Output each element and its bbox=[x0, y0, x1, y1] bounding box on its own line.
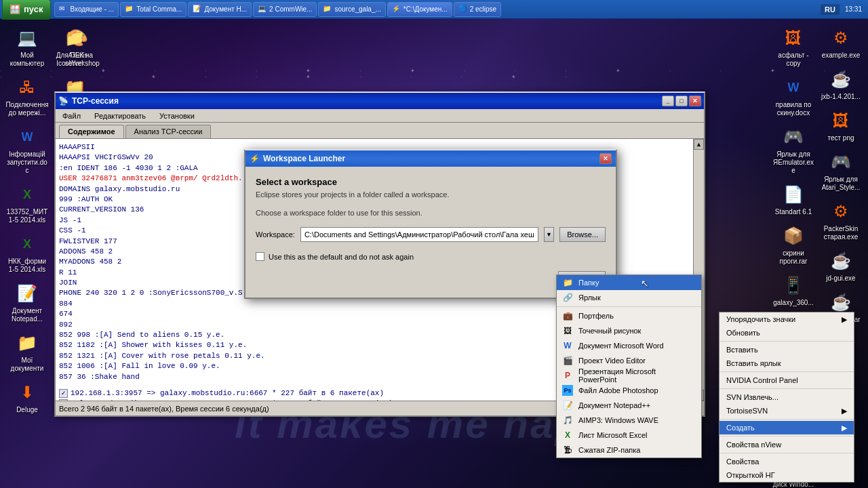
workspace-input[interactable]: C:\Documents and Settings\Администратор\… bbox=[300, 227, 538, 242]
desktop-icon-notepad-doc[interactable]: 📝 Документ Notepad... bbox=[3, 279, 51, 325]
workspace-default-checkbox[interactable] bbox=[256, 252, 264, 261]
right-ctx-nvidia[interactable]: NVIDIA Control Panel bbox=[719, 373, 854, 387]
taskbar-item-mail[interactable]: ✉ Входящие - ... bbox=[54, 2, 119, 17]
right-ctx-arrange[interactable]: Упорядочить значки ▶ bbox=[719, 312, 854, 326]
source-icon: 📁 bbox=[323, 5, 332, 14]
ctx-word-label: Документ Microsoft Word bbox=[578, 342, 664, 350]
ctx-item-aimp[interactable]: 🎵 AIMP3: Windows WAVE bbox=[557, 413, 701, 428]
right-ctx-refresh-label: Обновить bbox=[726, 329, 760, 337]
desktop-icon-excel2[interactable]: X НКК_форми 1-5 2014.xls bbox=[3, 230, 51, 276]
start-label: пуск bbox=[24, 4, 43, 14]
desktop-icon-packerskin[interactable]: ⚙ PackerSkin старая.exe bbox=[817, 197, 865, 243]
right-ctx-nvidia-label: NVIDIA Control Panel bbox=[726, 376, 798, 384]
right-ctx-paste-label: Вставить bbox=[726, 346, 758, 354]
ctx-item-portfel[interactable]: 💼 Портфель bbox=[557, 308, 701, 323]
ctx-bitmap-label: Точечный рисунок bbox=[578, 327, 641, 335]
desktop-icon-mydocs[interactable]: 📁 Мої документи bbox=[3, 329, 51, 375]
right-ctx-refresh[interactable]: Обновить bbox=[719, 326, 854, 340]
desktop: 🪟 пуск ✉ Входящие - ... 📁 Total Comma...… bbox=[0, 0, 868, 488]
workspace-dialog-controls: ✕ bbox=[599, 153, 612, 164]
workspace-close-button[interactable]: ✕ bbox=[599, 153, 612, 164]
ctx-item-bitmap[interactable]: 🖼 Точечный рисунок bbox=[557, 323, 701, 338]
taskbar-item-eclipse[interactable]: 🔵 2 eclipse bbox=[454, 2, 501, 17]
tcp-menu-edit[interactable]: Редактировать bbox=[91, 110, 149, 121]
ctx-item-notepadpp[interactable]: 📝 Документ Notepad++ bbox=[557, 398, 701, 413]
desktop-icon-asfalt[interactable]: 🖼 асфальт - copy bbox=[770, 24, 817, 70]
excel2-label: НКК_форми 1-5 2014.xls bbox=[5, 258, 49, 274]
scroll-up-button[interactable]: ▲ bbox=[694, 139, 704, 150]
tcp-menu-file[interactable]: Файл bbox=[59, 110, 84, 121]
right-ctx-paste-shortcut[interactable]: Вставить ярлык bbox=[719, 357, 854, 370]
right-ctx-nview[interactable]: Свойства nView bbox=[719, 438, 854, 451]
excel2-icon: X bbox=[15, 232, 39, 256]
desktop-icon-testpng[interactable]: 🖼 тест png bbox=[817, 106, 865, 144]
ctx-item-folder[interactable]: 📁 Папку bbox=[557, 275, 701, 290]
right-ctx-arrange-label: Упорядочить значки bbox=[726, 315, 795, 323]
log-checked-text-1: 192.168.1.3:3957 => galaxy.mobstudio.ru:… bbox=[71, 389, 384, 397]
tcp-maximize-button[interactable]: □ bbox=[675, 96, 688, 106]
right-ctx-arrange-arrow: ▶ bbox=[842, 315, 847, 324]
ctx-item-photoshop[interactable]: Ps Файл Adobe Photoshop bbox=[557, 383, 701, 398]
desktop-icon-scriny[interactable]: 📦 скрини проги.rar bbox=[770, 222, 817, 268]
ctx-item-shortcut[interactable]: 🔗 Ярлык bbox=[557, 290, 701, 305]
desktop-icon-network[interactable]: 🖧 Подключення до мережі... bbox=[3, 73, 51, 119]
yemulator-label: Ярлык для ЯEmulator.exe bbox=[772, 150, 815, 175]
workspace-browse-button[interactable]: Browse... bbox=[559, 227, 606, 242]
right-ctx-svn[interactable]: SVN Извлечь... bbox=[719, 390, 854, 404]
desktop-icon-yemulator[interactable]: 🎮 Ярлык для ЯEmulator.exe bbox=[770, 123, 817, 177]
desktop-icon-deluge[interactable]: ⬇ Deluge bbox=[3, 378, 51, 416]
workspace-label: Workspace: bbox=[256, 230, 295, 239]
galaxy360-label: galaxy_360... bbox=[773, 299, 814, 307]
workspace-dialog-titlebar: ⚡ Workspace Launcher ✕ bbox=[245, 150, 616, 167]
ctx-portfel-label: Портфель bbox=[578, 312, 614, 320]
taskbar-item-source[interactable]: 📁 source_gala_... bbox=[318, 2, 385, 17]
desktop-icon-info-doc[interactable]: W Інформацій запустити.doc bbox=[3, 123, 51, 177]
taskbar-item-documents[interactable]: ⚡ *C:\Докумен... bbox=[387, 2, 452, 17]
ctx-aimp-label: AIMP3: Windows WAVE bbox=[578, 416, 658, 424]
network-icon: 🖧 bbox=[15, 75, 39, 100]
desktop-icon-mycomputer[interactable]: 💻 Мой компьютер bbox=[3, 24, 51, 70]
tcp-minimize-button[interactable]: _ bbox=[662, 96, 674, 106]
taskbar-item-notepad[interactable]: 📝 Документ Н... bbox=[188, 2, 252, 17]
desktop-icon-atari[interactable]: 🎮 Ярлык для Atari_Style... bbox=[817, 148, 865, 194]
clock: 13:31 bbox=[841, 5, 866, 13]
desktop-icon-jdgui[interactable]: ☕ jd-gui.exe bbox=[817, 247, 865, 285]
start-button[interactable]: 🪟 пуск bbox=[2, 0, 51, 20]
desktop-icon-example-exe[interactable]: ⚙ example.exe bbox=[817, 24, 865, 62]
desktop-icon-pravila[interactable]: W правила по скину.docx bbox=[770, 73, 817, 119]
right-ctx-create[interactable]: Создать ▶ bbox=[719, 421, 854, 434]
right-click-context-menu: Упорядочить значки ▶ Обновить Вставить В… bbox=[719, 312, 854, 483]
right-ctx-otkrytka[interactable]: Открыткой НГ bbox=[719, 468, 854, 482]
mail-icon: ✉ bbox=[59, 5, 68, 14]
ctx-item-powerpoint[interactable]: P Презентация Microsoft PowerPoint bbox=[557, 368, 701, 383]
right-ctx-paste[interactable]: Вставить bbox=[719, 343, 854, 357]
server2013-icon: 📁 bbox=[62, 26, 87, 50]
mydocs-label: Мої документи bbox=[5, 357, 49, 373]
right-ctx-sep4 bbox=[719, 419, 854, 420]
desktop-icon-server2013[interactable]: 📁 Для ПЕК на server bbox=[51, 24, 98, 70]
desktop-icon-excel1[interactable]: X 133752_МИТ 1-5 2014.xls bbox=[3, 180, 51, 226]
standart-icon: 📄 bbox=[781, 182, 806, 207]
tcp-tab-analysis[interactable]: Анализ ТСР-сессии bbox=[125, 125, 212, 138]
desktop-icon-jxb[interactable]: ☕ jxb-1.4.201... bbox=[817, 65, 865, 103]
workspace-icon: ⚡ bbox=[250, 154, 260, 163]
create-context-menu: 📁 Папку 🔗 Ярлык 💼 Портфель 🖼 Точечный ри… bbox=[556, 274, 702, 458]
right-ctx-tortoisesvn[interactable]: TortoiseSVN ▶ bbox=[719, 404, 854, 418]
right-ctx-properties[interactable]: Свойства bbox=[719, 455, 854, 468]
right-ctx-paste-shortcut-label: Вставить ярлык bbox=[726, 359, 781, 367]
ctx-item-word[interactable]: W Документ Microsoft Word bbox=[557, 338, 701, 353]
tcp-menu-settings[interactable]: Установки bbox=[156, 110, 198, 121]
taskbar-item-commander[interactable]: 📁 Total Comma... bbox=[120, 2, 186, 17]
ctx-item-zip[interactable]: 🗜 Сжатая ZIP-папка bbox=[557, 443, 701, 458]
asfalt-icon: 🖼 bbox=[781, 26, 806, 50]
workspace-dropdown-button[interactable]: ▼ bbox=[544, 227, 554, 242]
taskbar-item-commwiew[interactable]: 💻 2 CommWie... bbox=[253, 2, 317, 17]
desktop-icon-galaxy360[interactable]: 📱 galaxy_360... bbox=[770, 271, 817, 309]
ctx-item-excel[interactable]: X Лист Microsoft Excel bbox=[557, 428, 701, 443]
desktop-icon-standart[interactable]: 📄 Standart 6.1 bbox=[770, 180, 817, 218]
videoeditor-icon: 🎬 bbox=[562, 355, 573, 366]
tcp-tab-content[interactable]: Содержимое bbox=[59, 125, 124, 138]
tcp-close-button[interactable]: ✕ bbox=[689, 96, 701, 106]
right-ctx-properties-label: Свойства bbox=[726, 458, 759, 466]
ctx-item-videoeditor[interactable]: 🎬 Проект Video Editor bbox=[557, 353, 701, 368]
